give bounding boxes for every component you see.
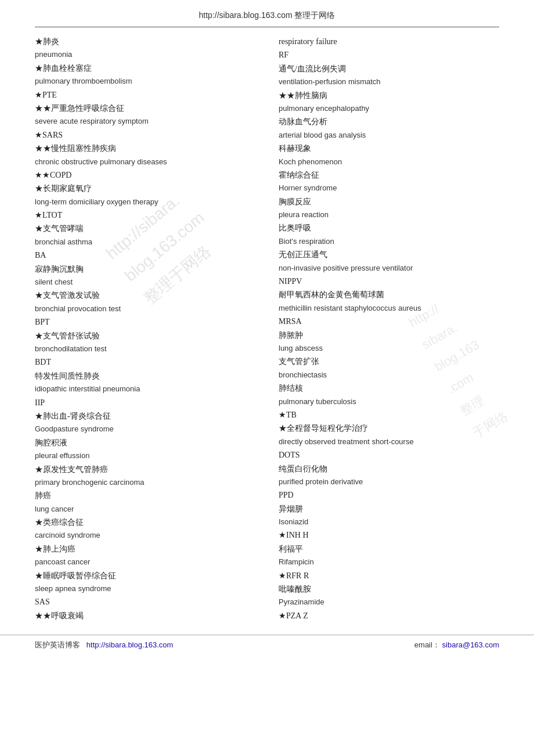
right-entry-24: ★RFR R [279,570,499,582]
right-entry-zh-19: 纯蛋白衍化物 [279,465,327,473]
entry-zh-20: ★原发性支气管肺癌 [35,465,108,474]
right-entry-en-17: directly observed treatment short-course [279,437,414,446]
right-entry-en-23: Rifampicin [279,557,314,566]
entry-zh-11: 寂静胸沉默胸 [35,265,84,273]
entry-zh-15: BDT [35,358,51,366]
entry-zh-9: ★支气管哮喘 [35,224,84,233]
right-entry-zh-20: PPD [279,491,294,499]
left-entry-18: ★肺出血-肾炎综合征Goodpasture syndrome [35,410,255,436]
right-entry-5: 科赫现象Koch phenomenon [279,142,499,168]
right-entry-14: 支气管扩张bronchiectasis [279,355,499,381]
left-entry-1: ★肺血栓栓塞症pulmonary thromboembolism [35,62,255,88]
entry-en-21: lung cancer [35,505,74,513]
right-entry-en-7: pleura reaction [279,210,329,219]
footer-blog-label: 医护英语博客 [35,640,80,649]
footer-blog-link[interactable]: http://sibara.blog.163.com [86,640,174,649]
entry-zh-19: 胸腔积液 [35,438,67,447]
entry-en-0: pneumonia [35,50,72,59]
right-entry-zh-2: 通气/血流比例失调 [279,64,346,73]
entry-zh-4: ★SARS [35,131,63,139]
right-entry-en-2: ventilation-perfusion mismatch [279,77,381,86]
entry-en-11: silent chest [35,278,73,286]
entry-zh-1: ★肺血栓栓塞症 [35,64,92,73]
entry-en-3: severe acute respiratory symptom [35,117,149,125]
right-entry-zh-9: 无创正压通气 [279,250,327,259]
entry-en-22: carcinoid syndrome [35,531,100,539]
left-entry-4: ★SARS [35,129,255,142]
right-entry-en-4: arterial blood gas analysis [279,131,366,139]
left-entry-11: 寂静胸沉默胸silent chest [35,263,255,289]
right-entry-zh-24: ★RFR R [279,571,309,580]
right-entry-1: RF [279,49,499,62]
right-entry-zh-12: MRSA [279,317,302,326]
left-entry-8: ★LTOT [35,209,255,222]
right-entry-9: 无创正压通气non-invasive positive pressure ven… [279,249,499,275]
left-entry-2: ★PTE [35,89,255,102]
right-entry-zh-15: 肺结核 [279,384,303,393]
right-entry-en-25: Pyrazinamide [279,597,324,606]
entry-zh-16: 特发性间质性肺炎 [35,372,100,380]
entry-zh-21: 肺癌 [35,491,51,500]
footer-email-link[interactable]: sibara@163.com [442,640,499,649]
right-entry-3: ★★肺性脑病pulmonary encephalopathy [279,89,499,116]
left-entry-20: ★原发性支气管肺癌primary bronchogenic carcinoma [35,463,255,489]
right-entry-en-3: pulmonary encephalopathy [279,104,369,113]
right-entry-20: PPD [279,489,499,502]
footer-email-label: email： [414,640,440,649]
right-entry-en-6: Horner syndrome [279,183,337,192]
right-entry-10: NIPPV [279,275,499,288]
entry-zh-6: ★★COPD [35,171,71,179]
right-entry-6: 霍纳综合征Horner syndrome [279,169,499,195]
entry-en-14: bronchodilatation test [35,344,107,353]
page-footer: 医护英语博客 http://sibara.blog.163.com email：… [0,635,534,655]
entry-zh-26: ★★呼吸衰竭 [35,611,84,620]
right-entry-zh-0: respiratory failure [279,37,337,46]
left-entry-15: BDT [35,356,255,369]
entry-zh-0: ★肺炎 [35,37,59,46]
left-entry-17: IIP [35,397,255,409]
entry-en-16: idiopathic interstitial pneumonia [35,384,140,393]
right-entry-26: ★PZA Z [279,610,499,622]
left-entry-10: BA [35,249,255,262]
entry-en-7: long-term domiciliary oxygen therapy [35,197,158,206]
right-entry-16: ★TB [279,409,499,422]
right-entry-4: 动脉血气分析arterial blood gas analysis [279,116,499,142]
right-entry-19: 纯蛋白衍化物purified protein derivative [279,463,499,489]
right-entry-17: ★全程督导短程化学治疗directly observed treatment s… [279,422,499,448]
right-entry-en-13: lung abscess [279,344,323,352]
page-header: http://sibara.blog.163.com 整理于网络 [0,0,534,27]
entry-en-9: bronchial asthma [35,237,92,246]
header-url: http://sibara.blog.163.com 整理于网络 [199,10,335,20]
left-entry-9: ★支气管哮喘bronchial asthma [35,222,255,249]
right-entry-zh-25: 吡嗪酰胺 [279,585,311,593]
right-entry-en-19: purified protein derivative [279,477,363,486]
left-entry-5: ★★慢性阻塞性肺疾病chronic obstructive pulmonary … [35,142,255,168]
right-entry-en-15: pulmonary tuberculosis [279,397,356,406]
right-entry-8: 比奥呼吸Biot's respiration [279,222,499,248]
right-entry-en-11: methicillin resistant staphylococcus aur… [279,304,421,312]
entry-zh-2: ★PTE [35,91,57,99]
right-entry-zh-1: RF [279,51,288,59]
left-entry-3: ★★严重急性呼吸综合征severe acute respiratory symp… [35,102,255,128]
main-content: ★肺炎pneumonia★肺血栓栓塞症pulmonary thromboembo… [0,27,534,623]
right-entry-23: 利福平Rifampicin [279,543,499,569]
left-entry-0: ★肺炎pneumonia [35,35,255,62]
entry-zh-13: BPT [35,318,50,326]
right-entry-zh-23: 利福平 [279,545,303,553]
right-entry-2: 通气/血流比例失调ventilation-perfusion mismatch [279,63,499,89]
right-entry-12: MRSA [279,315,499,328]
right-entry-13: 肺脓肿lung abscess [279,329,499,355]
right-entry-21: 异烟肼Isoniazid [279,503,499,529]
entry-zh-23: ★肺上沟癌 [35,545,75,553]
entry-zh-25: SAS [35,597,50,606]
right-entry-zh-10: NIPPV [279,277,302,286]
right-entry-zh-7: 胸膜反应 [279,197,311,206]
footer-left: 医护英语博客 http://sibara.blog.163.com [35,640,173,650]
right-entry-zh-17: ★全程督导短程化学治疗 [279,424,368,433]
right-entry-zh-6: 霍纳综合征 [279,171,319,179]
right-entry-22: ★INH H [279,529,499,542]
left-entry-12: ★支气管激发试验bronchial provocation test [35,289,255,315]
left-entry-6: ★★COPD [35,169,255,182]
left-entry-19: 胸腔积液pleural effussion [35,437,255,463]
left-entry-25: SAS [35,596,255,609]
